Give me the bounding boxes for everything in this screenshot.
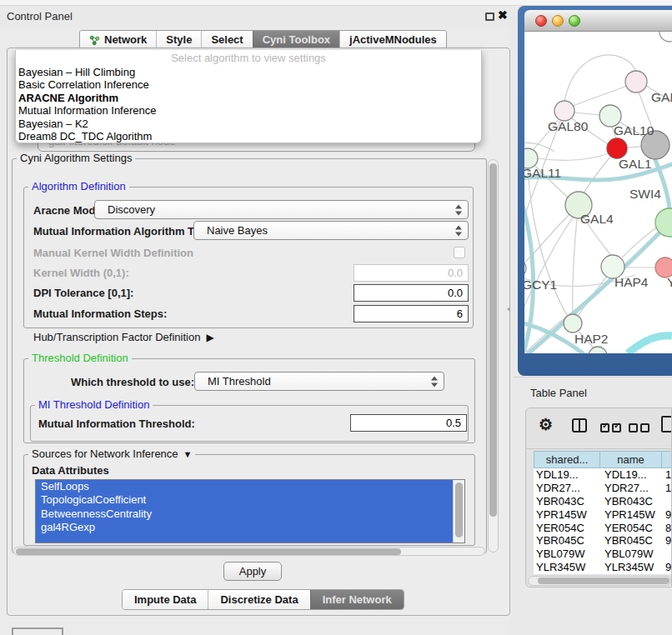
table-cell: YDR27... — [600, 482, 662, 495]
expand-right-arrow-icon[interactable]: ▶ — [206, 332, 213, 343]
network-canvas[interactable]: GALGAL80GAL10GAL1GAL11SWI4GAL4GCY1HAP4YH… — [524, 32, 672, 353]
mi-algorithm-combobox[interactable]: Naive Bayes — [193, 221, 469, 240]
network-view[interactable]: GALGAL80GAL10GAL1GAL11SWI4GAL4GCY1HAP4YH… — [524, 32, 672, 353]
data-attributes-label: Data Attributes — [32, 464, 109, 477]
kernel-width-label: Kernel Width (0,1): — [33, 267, 129, 279]
list-item-gal4rgexp[interactable]: gal4RGexp — [36, 521, 454, 534]
data-attributes-items: SelfLoopsTopologicalCoefficientBetweenne… — [36, 480, 464, 543]
algorithm-definition-title: Algorithm Definition — [28, 181, 129, 192]
table-cell: 9. — [662, 534, 672, 548]
table-cell: 12 — [662, 482, 672, 495]
cyni-settings-title: Cyni Algorithm Settings — [17, 152, 135, 164]
tab-impute-data[interactable]: Impute Data — [123, 590, 208, 609]
table-row[interactable]: YDL19...YDL19...13 — [534, 468, 672, 482]
list-item-topologicalcoefficient[interactable]: TopologicalCoefficient — [36, 493, 454, 507]
panel-divider — [514, 377, 672, 378]
close-panel-icon[interactable]: ✖ — [498, 8, 508, 22]
deselect-all-icon[interactable] — [640, 423, 649, 432]
tab-cyni-toolbox[interactable]: Cyni Toolbox — [253, 31, 339, 49]
kernel-width-input[interactable]: 0.0 — [354, 264, 469, 282]
which-threshold-label: Which threshold to use: — [71, 376, 194, 388]
collapse-down-arrow-icon[interactable]: ▼ — [183, 449, 193, 459]
minimized-panel-icon[interactable] — [12, 628, 63, 635]
apply-button[interactable]: Apply — [223, 562, 282, 581]
manual-kernel-checkbox[interactable] — [454, 247, 465, 258]
table-hscrollbar-thumb[interactable] — [538, 578, 669, 584]
which-threshold-combobox[interactable]: MI Threshold — [194, 372, 444, 391]
table-header-cell[interactable]: shared... — [534, 451, 600, 468]
toolbar-divider — [526, 448, 672, 449]
document-icon[interactable] — [661, 416, 672, 432]
network-edge-bright — [628, 336, 672, 353]
algorithm-option-basic-correlation-inference[interactable]: Basic Correlation Inference — [16, 78, 481, 91]
table-row[interactable]: YLR345WYLR345W9. — [534, 561, 672, 574]
table-row[interactable]: YBR045CYBR045C9. — [534, 534, 672, 548]
table-cell: YBR045C — [534, 534, 600, 548]
zoom-traffic-light-icon[interactable] — [569, 15, 580, 27]
network-node-gal80[interactable] — [554, 101, 574, 121]
algorithm-option-dream8-dc-tdc-algorithm[interactable]: Dream8 DC_TDC Algorithm — [16, 130, 481, 142]
settings-hscrollbar-thumb[interactable] — [16, 548, 401, 555]
network-node[interactable] — [659, 32, 672, 42]
tab-discretize-data[interactable]: Discretize Data — [208, 590, 309, 609]
table-cell: YDR27... — [534, 482, 600, 495]
tab-network[interactable]: Network — [80, 31, 156, 49]
list-item-selfloops[interactable]: SelfLoops — [36, 480, 454, 493]
list-vscrollbar-thumb[interactable] — [455, 482, 463, 538]
algorithm-option-mutual-information-inference[interactable]: Mutual Information Inference — [16, 104, 481, 117]
tab-jactivemnodules[interactable]: jActiveMNodules — [339, 31, 446, 49]
table-cell: YBL079W — [600, 548, 662, 561]
split-columns-icon[interactable] — [572, 418, 587, 432]
table-row[interactable]: YBR043CYBR043C — [534, 495, 672, 508]
algorithm-option-aracne-algorithm[interactable]: ARACNE Algorithm — [16, 92, 481, 104]
mi-steps-input[interactable]: 6 — [354, 305, 469, 322]
hub-section-label[interactable]: Hub/Transcription Factor Definition▶ — [33, 331, 214, 343]
sources-title[interactable]: Sources for Network Inference▼ — [28, 448, 195, 460]
settings-vscrollbar-thumb[interactable] — [489, 163, 497, 517]
network-node-label: SWI4 — [629, 187, 661, 201]
table-cell: YLR345W — [534, 561, 600, 574]
select-all-icon[interactable]: ✓ — [612, 423, 621, 432]
minimize-traffic-light-icon[interactable] — [552, 15, 564, 27]
algorithm-option-bayesian-hill-climbing[interactable]: Bayesian – Hill Climbing — [16, 66, 481, 78]
network-node[interactable] — [589, 347, 607, 353]
network-node-label: GAL — [651, 90, 672, 104]
close-traffic-light-icon[interactable] — [535, 15, 547, 27]
threshold-definition-title: Threshold Definition — [28, 352, 132, 364]
list-item-betweennesscentrality[interactable]: BetweennessCentrality — [36, 508, 454, 521]
mi-threshold-input[interactable]: 0.5 — [350, 414, 467, 432]
network-node-label: GCY1 — [524, 278, 557, 292]
network-tab-icon — [89, 35, 100, 46]
list-item-partial[interactable] — [36, 535, 454, 543]
network-node-label: GAL80 — [548, 119, 589, 133]
table-cell — [662, 548, 672, 561]
app-root: Control Panel ✖ NetworkStyleSelectCyni T… — [0, 0, 672, 635]
tab-style[interactable]: Style — [156, 31, 201, 49]
deselect-all-icon[interactable] — [629, 423, 638, 432]
tab-select[interactable]: Select — [201, 31, 252, 49]
table-row[interactable]: YER054CYER054C8. — [534, 522, 672, 535]
hub-section-text: Hub/Transcription Factor Definition — [33, 331, 200, 343]
float-panel-icon[interactable] — [485, 12, 494, 21]
table-cell: YER054C — [534, 522, 600, 535]
network-node-gal[interactable] — [625, 71, 647, 92]
tab-infer-network[interactable]: Infer Network — [310, 590, 404, 609]
table-header-cell[interactable]: name — [600, 451, 662, 468]
algorithm-select-popup: Select algorithm to view settings Bayesi… — [15, 50, 482, 143]
list-vscrollbar-track[interactable] — [453, 480, 464, 542]
table-header-cell[interactable] — [662, 451, 672, 468]
dpi-tolerance-input[interactable]: 0.0 — [354, 284, 469, 302]
table-row[interactable]: YDR27...YDR27...12 — [534, 482, 672, 495]
table-row[interactable]: YBL079WYBL079W — [534, 548, 672, 561]
mi-threshold-title: MI Threshold Definition — [35, 399, 153, 411]
network-node-hap2[interactable] — [564, 314, 582, 332]
algorithm-option-bayesian-k2[interactable]: Bayesian – K2 — [16, 118, 481, 130]
top-window-strip — [0, 0, 672, 6]
network-node-gal1[interactable] — [607, 138, 627, 158]
table-row[interactable]: YPR145WYPR145W9. — [534, 508, 672, 522]
sources-title-text: Sources for Network Inference — [32, 448, 178, 460]
aracne-mode-combobox[interactable]: Discovery — [94, 200, 469, 219]
gear-icon[interactable]: ⚙ — [539, 416, 553, 434]
select-all-icon[interactable]: ✓ — [600, 423, 609, 432]
table-body: YDL19...YDL19...13YDR27...YDR27...12YBR0… — [534, 468, 672, 574]
